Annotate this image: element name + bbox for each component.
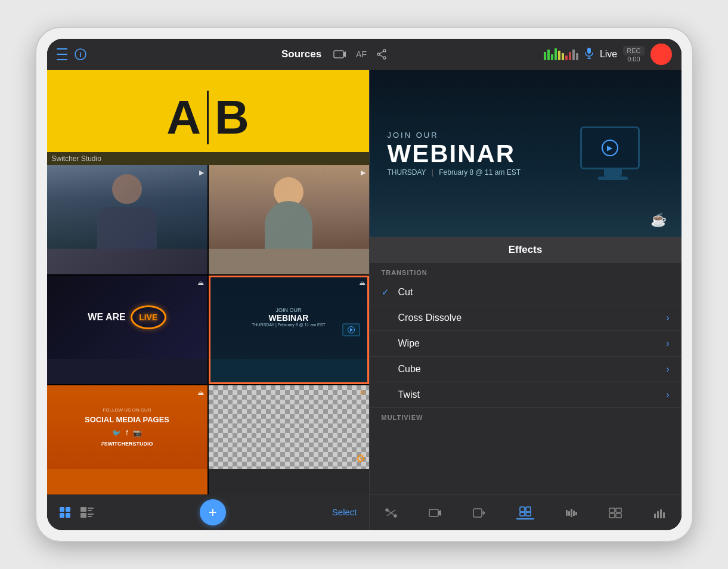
svg-point-25 bbox=[394, 515, 396, 517]
svg-rect-14 bbox=[60, 513, 64, 518]
right-toolbar bbox=[370, 494, 681, 530]
webinar-badge: ⛰ bbox=[359, 279, 365, 286]
cross-dissolve-checkmark: ✓ bbox=[382, 313, 396, 323]
effect-item-cross-dissolve[interactable]: ✓ Cross Dissolve › bbox=[370, 305, 681, 331]
effect-item-wipe[interactable]: ✓ Wipe › bbox=[370, 331, 681, 357]
toolbar-stats[interactable] bbox=[647, 505, 672, 521]
twist-checkmark: ✓ bbox=[382, 389, 396, 400]
ab-text: A B bbox=[166, 90, 249, 145]
effects-header: Effects bbox=[370, 237, 681, 263]
menu-icon[interactable] bbox=[57, 47, 67, 61]
preview-webinar-content: JOIN OUR WEBINAR THURSDAY | February 8 @… bbox=[370, 70, 681, 237]
effect-item-cube[interactable]: ✓ Cube › bbox=[370, 357, 681, 382]
cube-chevron: › bbox=[666, 364, 669, 375]
svg-rect-37 bbox=[573, 511, 575, 516]
source-cell-transparent[interactable]: ⚙ ⚙ bbox=[209, 385, 369, 494]
sources-title: Sources bbox=[281, 48, 321, 60]
svg-point-6 bbox=[377, 53, 380, 55]
af-label[interactable]: AF bbox=[356, 50, 367, 59]
main-content: A B Switcher Studio bbox=[47, 70, 681, 530]
effects-panel: Effects TRANSITION ✓ Cut ✓ Cross Dissolv… bbox=[370, 237, 681, 494]
source-cell-cam1[interactable]: ▶ bbox=[47, 165, 207, 274]
microphone-icon[interactable] bbox=[584, 47, 594, 61]
transparent-preview: ⚙ bbox=[209, 385, 369, 469]
cam2-preview bbox=[209, 165, 369, 249]
bottom-left-buttons bbox=[59, 506, 94, 518]
svg-rect-32 bbox=[520, 512, 525, 516]
transparent-badge: ⚙ bbox=[360, 389, 365, 397]
cam2-body bbox=[265, 201, 312, 249]
date-label: February 8 @ 11 am EST bbox=[439, 168, 521, 177]
social-main-text: SOCIAL MEDIA PAGES bbox=[85, 415, 169, 424]
ab-divider bbox=[207, 91, 209, 144]
toolbar-mixer[interactable] bbox=[379, 505, 404, 521]
share-icon[interactable] bbox=[376, 49, 387, 60]
monitor-screen: ▶ bbox=[580, 126, 640, 169]
svg-point-5 bbox=[383, 57, 386, 59]
wipe-checkmark: ✓ bbox=[382, 338, 396, 349]
svg-text:i: i bbox=[79, 51, 81, 59]
camera-icon[interactable] bbox=[333, 49, 346, 60]
svg-rect-17 bbox=[88, 508, 94, 509]
effect-item-twist[interactable]: ✓ Twist › bbox=[370, 382, 681, 408]
thursday-label: THURSDAY bbox=[388, 168, 426, 177]
top-bar-right: Live REC 0:00 bbox=[493, 44, 672, 65]
select-button[interactable]: Select bbox=[332, 507, 357, 518]
svg-rect-19 bbox=[80, 513, 86, 518]
tablet-frame: i Sources AF bbox=[36, 28, 692, 541]
svg-rect-9 bbox=[587, 48, 591, 54]
toolbar-camera[interactable] bbox=[423, 505, 448, 521]
multiview-section-label: MULTIVIEW bbox=[370, 408, 681, 425]
social-badge: ⛰ bbox=[197, 389, 204, 396]
svg-rect-13 bbox=[66, 507, 70, 512]
record-button[interactable] bbox=[650, 44, 672, 65]
top-bar: i Sources AF bbox=[47, 39, 681, 70]
cut-checkmark: ✓ bbox=[382, 287, 396, 298]
svg-rect-21 bbox=[88, 516, 92, 517]
b-label: B bbox=[215, 90, 249, 145]
svg-rect-31 bbox=[526, 507, 531, 512]
source-cell-social[interactable]: FOLLOW US ON OUR SOCIAL MEDIA PAGES 🐦 f … bbox=[47, 385, 207, 494]
preview-area: JOIN OUR WEBINAR THURSDAY | February 8 @… bbox=[370, 70, 681, 237]
toolbar-multiview[interactable] bbox=[603, 505, 628, 521]
toolbar-audio[interactable] bbox=[559, 505, 584, 521]
live-preview: WE ARE LIVE bbox=[47, 276, 207, 359]
source-cell-live[interactable]: WE ARE LIVE ⛰ bbox=[47, 276, 207, 385]
list-view-button[interactable] bbox=[80, 506, 94, 518]
ab-box: A B bbox=[47, 70, 369, 165]
source-cell-webinar[interactable]: JOIN OUR WEBINAR THURSDAY | February 8 @… bbox=[209, 276, 369, 385]
cam1-badge: ▶ bbox=[199, 169, 204, 177]
add-source-button[interactable]: + bbox=[200, 499, 226, 525]
webinar-mini-preview: JOIN OUR WEBINAR THURSDAY | February 8 @… bbox=[209, 276, 369, 359]
svg-point-4 bbox=[383, 50, 386, 52]
top-bar-left: i bbox=[57, 47, 176, 61]
live-ring: LIVE bbox=[131, 305, 166, 329]
twist-chevron: › bbox=[666, 389, 669, 400]
svg-rect-39 bbox=[609, 508, 615, 512]
cross-dissolve-label: Cross Dissolve bbox=[398, 313, 667, 323]
cut-label: Cut bbox=[398, 287, 670, 298]
svg-rect-42 bbox=[616, 514, 621, 518]
social-hashtag: #SWITCHERSTUDIO bbox=[101, 441, 153, 447]
svg-rect-43 bbox=[654, 514, 656, 518]
grid-view-button[interactable] bbox=[59, 506, 71, 518]
toolbar-effects[interactable] bbox=[510, 503, 540, 522]
instagram-icon: 📷 bbox=[133, 429, 142, 437]
source-cell-cam2[interactable]: ▶ bbox=[209, 165, 369, 274]
preview-monitor: ▶ bbox=[580, 126, 646, 180]
transparent-settings-icon: ⚙ bbox=[356, 452, 365, 465]
svg-rect-16 bbox=[80, 507, 86, 512]
effect-item-cut[interactable]: ✓ Cut bbox=[370, 280, 681, 305]
add-button-container: + bbox=[200, 499, 226, 525]
social-icons-row: 🐦 f 📷 bbox=[112, 429, 141, 437]
social-follow-text: FOLLOW US ON OUR bbox=[103, 407, 151, 413]
webinar-mini-sub: THURSDAY | February 8 @ 11 am EST bbox=[252, 323, 325, 327]
cube-checkmark: ✓ bbox=[382, 364, 396, 375]
info-icon[interactable]: i bbox=[75, 48, 86, 60]
svg-line-7 bbox=[380, 51, 383, 54]
transition-section-label: TRANSITION bbox=[370, 263, 681, 280]
live-label: Live bbox=[600, 49, 617, 60]
svg-rect-38 bbox=[575, 512, 577, 515]
toolbar-output[interactable] bbox=[466, 505, 491, 521]
svg-rect-15 bbox=[66, 513, 70, 518]
